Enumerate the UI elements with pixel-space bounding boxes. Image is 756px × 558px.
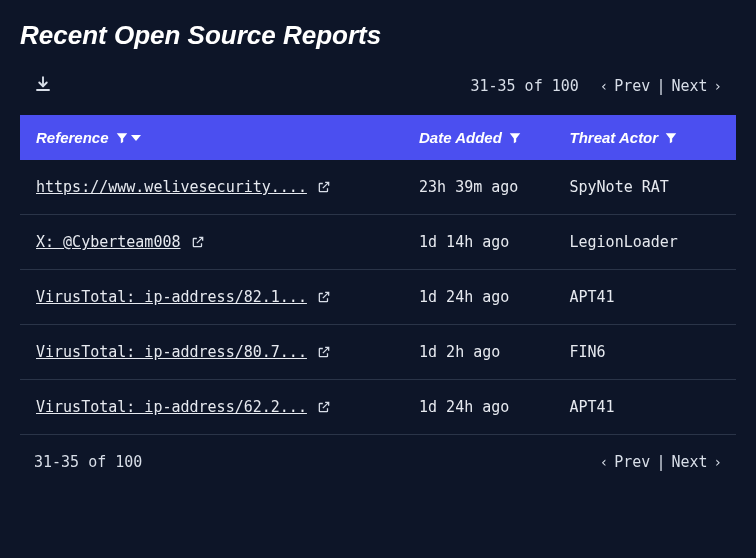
- separator: |: [656, 77, 665, 95]
- cell-reference: X: @Cyberteam008: [36, 233, 419, 251]
- external-link-icon: [317, 290, 331, 304]
- cell-date-added: 1d 24h ago: [419, 288, 569, 306]
- column-header-reference[interactable]: Reference: [36, 129, 419, 146]
- reference-link[interactable]: VirusTotal: ip-address/62.2...: [36, 398, 307, 416]
- reports-table: Reference Date Added Threat Actor https:…: [20, 115, 736, 435]
- toolbar: 31-35 of 100 ‹ Prev | Next ›: [20, 75, 736, 97]
- column-header-label: Reference: [36, 129, 109, 146]
- cell-date-added: 23h 39m ago: [419, 178, 569, 196]
- reference-link[interactable]: https://www.welivesecurity....: [36, 178, 307, 196]
- filter-icon: [664, 131, 678, 145]
- external-link-icon: [317, 400, 331, 414]
- chevron-left-icon: ‹: [600, 78, 608, 94]
- download-icon[interactable]: [34, 75, 52, 97]
- chevron-right-icon: ›: [714, 454, 722, 470]
- column-header-threat-actor[interactable]: Threat Actor: [570, 129, 720, 146]
- cell-date-added: 1d 24h ago: [419, 398, 569, 416]
- separator: |: [656, 453, 665, 471]
- next-button[interactable]: Next: [671, 453, 707, 471]
- table-row: VirusTotal: ip-address/82.1...1d 24h ago…: [20, 270, 736, 325]
- table-header: Reference Date Added Threat Actor: [20, 115, 736, 160]
- pagination-bottom: 31-35 of 100 ‹ Prev | Next ›: [20, 435, 736, 471]
- chevron-right-icon: ›: [714, 78, 722, 94]
- table-row: https://www.welivesecurity....23h 39m ag…: [20, 160, 736, 215]
- pagination-range: 31-35 of 100: [34, 453, 142, 471]
- column-header-date-added[interactable]: Date Added: [419, 129, 569, 146]
- caret-down-icon: [131, 135, 141, 141]
- chevron-left-icon: ‹: [600, 454, 608, 470]
- pagination-top: 31-35 of 100 ‹ Prev | Next ›: [470, 77, 722, 95]
- column-header-label: Threat Actor: [570, 129, 659, 146]
- prev-button[interactable]: Prev: [614, 453, 650, 471]
- prev-button[interactable]: Prev: [614, 77, 650, 95]
- external-link-icon: [317, 180, 331, 194]
- reference-link[interactable]: VirusTotal: ip-address/80.7...: [36, 343, 307, 361]
- cell-reference: VirusTotal: ip-address/80.7...: [36, 343, 419, 361]
- external-link-icon: [191, 235, 205, 249]
- cell-date-added: 1d 14h ago: [419, 233, 569, 251]
- next-button[interactable]: Next: [671, 77, 707, 95]
- cell-date-added: 1d 2h ago: [419, 343, 569, 361]
- cell-threat-actor: APT41: [570, 398, 720, 416]
- table-row: X: @Cyberteam0081d 14h agoLegionLoader: [20, 215, 736, 270]
- table-row: VirusTotal: ip-address/80.7...1d 2h agoF…: [20, 325, 736, 380]
- external-link-icon: [317, 345, 331, 359]
- cell-reference: VirusTotal: ip-address/62.2...: [36, 398, 419, 416]
- reference-link[interactable]: X: @Cyberteam008: [36, 233, 181, 251]
- cell-threat-actor: APT41: [570, 288, 720, 306]
- cell-threat-actor: FIN6: [570, 343, 720, 361]
- cell-threat-actor: SpyNote RAT: [570, 178, 720, 196]
- reference-link[interactable]: VirusTotal: ip-address/82.1...: [36, 288, 307, 306]
- cell-reference: https://www.welivesecurity....: [36, 178, 419, 196]
- column-header-label: Date Added: [419, 129, 502, 146]
- pagination-range: 31-35 of 100: [470, 77, 578, 95]
- table-row: VirusTotal: ip-address/62.2...1d 24h ago…: [20, 380, 736, 435]
- page-title: Recent Open Source Reports: [20, 20, 736, 51]
- cell-reference: VirusTotal: ip-address/82.1...: [36, 288, 419, 306]
- filter-icon: [115, 131, 129, 145]
- cell-threat-actor: LegionLoader: [570, 233, 720, 251]
- filter-icon: [508, 131, 522, 145]
